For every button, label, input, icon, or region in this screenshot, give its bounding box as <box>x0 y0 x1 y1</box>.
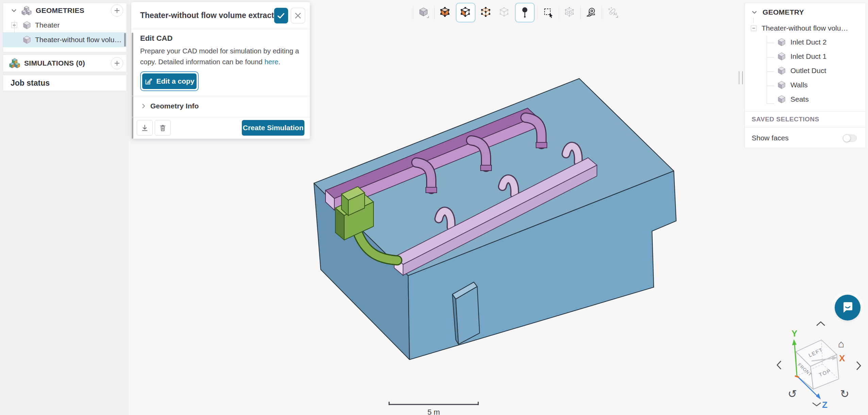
tree-root-label: Theater-without flow volu… <box>762 24 848 32</box>
download-icon <box>140 124 149 132</box>
simulations-icon <box>9 57 21 69</box>
toolbar-separator <box>537 6 538 19</box>
rotate-left-button[interactable] <box>777 361 781 369</box>
chat-support-button[interactable] <box>835 295 861 321</box>
geometries-header-row[interactable]: GEOMETRIES <box>3 3 127 18</box>
tree-item-seats[interactable]: Seats <box>745 92 866 106</box>
chevron-down-icon[interactable] <box>750 8 758 16</box>
tree-item-theater-without-flow[interactable]: Theater-without flow volume… <box>3 32 127 47</box>
cube-icon <box>777 52 786 61</box>
tree-item-walls[interactable]: Walls <box>745 78 866 92</box>
ai-wand-icon: AI <box>606 6 619 19</box>
rotate-down-button[interactable] <box>813 403 821 406</box>
chevron-right-icon <box>139 102 148 110</box>
body-select-button[interactable] <box>456 3 475 22</box>
probe-pin-button[interactable] <box>515 3 535 22</box>
trash-icon <box>158 124 167 132</box>
geometries-stack-icon <box>21 5 32 16</box>
cube-icon <box>777 81 786 89</box>
geometry-info-row[interactable]: Geometry Info <box>131 96 310 116</box>
toolbar-separator <box>580 6 581 19</box>
confirm-button[interactable] <box>274 8 288 23</box>
sidebar-scrollbar[interactable] <box>124 33 126 47</box>
tree-item-inlet-duct-2[interactable]: Inlet Duct 2 <box>745 35 866 49</box>
vertex-select-button[interactable] <box>478 5 494 20</box>
rotate-right-button[interactable] <box>857 362 861 370</box>
left-sidebar: GEOMETRIES Theater Theater-without flow … <box>3 3 127 91</box>
tree-root-row[interactable]: Theater-without flow volu… <box>745 21 866 35</box>
cube-icon <box>777 38 786 47</box>
cube-icon <box>777 95 786 104</box>
geometry-panel: GEOMETRY Theater-without flow volu… Inle… <box>745 3 866 148</box>
axis-x-label: X <box>839 353 845 363</box>
rotate-cw-icon[interactable]: ↻ <box>840 388 849 400</box>
box-select-icon <box>542 6 554 19</box>
toolbar-separator <box>559 6 559 19</box>
box-select-button[interactable] <box>540 5 556 20</box>
edit-copy-button[interactable]: Edit a copy <box>142 73 197 89</box>
toolbar-separator <box>413 6 413 19</box>
volume-select-icon <box>418 6 430 19</box>
plus-icon <box>111 57 123 69</box>
collapse-minus-icon[interactable] <box>751 25 757 31</box>
rotate-up-button[interactable] <box>817 322 825 326</box>
scale-bar-label: 5 m <box>388 408 479 415</box>
geometry-panel-header[interactable]: GEOMETRY <box>745 3 866 21</box>
face-select-button[interactable] <box>437 5 453 20</box>
tree-item-label: Walls <box>790 81 808 89</box>
tree-item-label: Inlet Duct 1 <box>790 52 827 60</box>
add-simulation-button[interactable] <box>111 57 123 69</box>
geometry-info-label: Geometry Info <box>150 102 199 110</box>
saved-selections-label: SAVED SELECTIONS <box>752 116 819 123</box>
rotate-ccw-icon[interactable]: ↺ <box>788 388 797 400</box>
tree-item-label: Outlet Duct <box>790 67 826 75</box>
simulations-card[interactable]: SIMULATIONS (0) <box>3 54 127 72</box>
panel-title: Theater-without flow volume extract <box>140 11 274 20</box>
3d-viewport-canvas[interactable] <box>0 0 868 415</box>
tape-measure-button[interactable] <box>583 5 599 20</box>
plus-icon <box>111 5 123 16</box>
axis-z-label: Z <box>822 400 828 410</box>
volume-select-button[interactable] <box>416 5 432 20</box>
toggle-knob <box>843 134 851 142</box>
tree-item-outlet-duct[interactable]: Outlet Duct <box>745 64 866 78</box>
tree-item-label: Inlet Duct 2 <box>790 38 827 46</box>
edit-pencil-icon <box>144 77 153 86</box>
cube-icon <box>22 35 32 44</box>
simulations-section-label: SIMULATIONS (0) <box>24 59 85 67</box>
toolbar-separator <box>434 6 435 19</box>
here-link[interactable]: here <box>264 58 278 66</box>
cube-icon <box>22 21 32 30</box>
mesh-cube-button <box>562 5 578 20</box>
show-faces-toggle[interactable] <box>843 135 857 142</box>
edit-cad-description-line1: Prepare your CAD model for simulation by… <box>140 46 301 56</box>
edit-cad-description-line2: copy. Detailed information can be found … <box>140 56 301 67</box>
face-select-icon <box>439 6 451 19</box>
panel-resize-handle[interactable] <box>739 71 743 86</box>
delete-geometry-button[interactable] <box>155 120 171 136</box>
selection-toolbar: AI <box>413 2 620 23</box>
download-geometry-button[interactable] <box>137 120 153 136</box>
show-faces-row: Show faces <box>745 127 866 149</box>
cube-icon <box>777 66 786 75</box>
chat-bubble-icon <box>841 301 854 314</box>
chevron-down-icon[interactable] <box>10 6 18 15</box>
tree-item-label: Theater-without flow volume… <box>35 36 123 44</box>
tree-item-inlet-duct-1[interactable]: Inlet Duct 1 <box>745 49 866 64</box>
navigation-cube-widget[interactable]: LEFT FRONT TOP Y X Z ⌂ ↺ ↻ <box>771 316 868 415</box>
check-icon <box>276 11 286 21</box>
geometries-card: GEOMETRIES Theater Theater-without flow … <box>3 3 127 52</box>
job-status-card[interactable]: Job status <box>3 75 127 91</box>
close-button[interactable] <box>291 8 305 23</box>
tree-item-theater[interactable]: Theater <box>3 18 127 32</box>
mesh-cube-icon <box>564 6 576 19</box>
saved-selections-section: SAVED SELECTIONS <box>745 111 866 127</box>
tree-item-label: Seats <box>790 95 809 103</box>
home-view-icon[interactable]: ⌂ <box>838 338 844 349</box>
probe-pin-icon <box>519 6 531 19</box>
create-simulation-button[interactable]: Create Simulation <box>242 120 304 136</box>
body-select-icon <box>460 6 472 19</box>
add-geometry-button[interactable] <box>111 4 123 17</box>
axis-y-label: Y <box>791 328 797 339</box>
tape-measure-icon <box>585 6 597 19</box>
